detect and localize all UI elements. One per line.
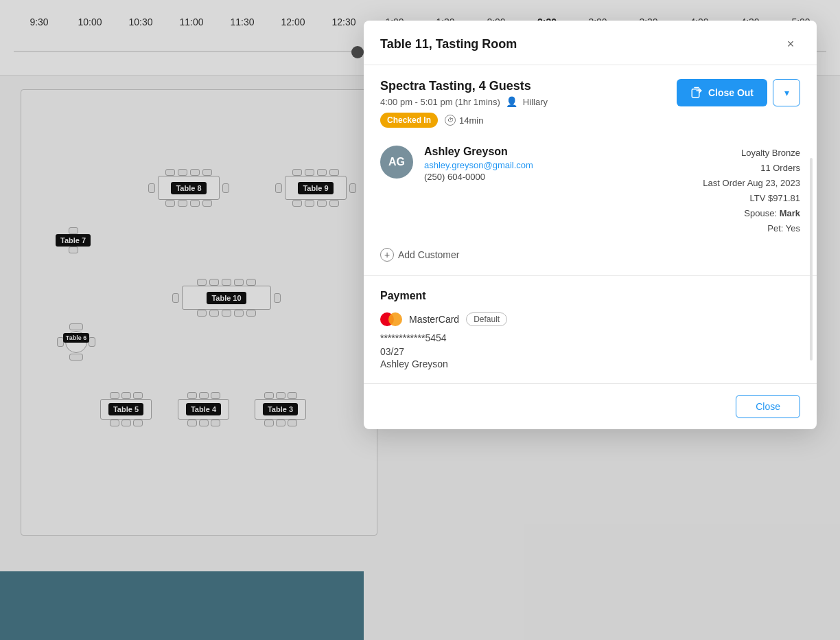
card-expiry: 03/27 <box>380 346 800 357</box>
customer-section: AG Ashley Greyson ashley.greyson@gmail.c… <box>380 146 800 237</box>
loyalty-ltv: LTV $971.81 <box>703 191 800 206</box>
mastercard-yellow <box>388 312 402 326</box>
reservation-modal: Table 11, Tasting Room × Spectra Tasting… <box>364 21 817 429</box>
customer-avatar: AG <box>380 146 413 179</box>
customer-loyalty: Loyalty Bronze 11 Orders Last Order Aug … <box>703 146 800 237</box>
card-name: MasterCard <box>409 314 459 325</box>
status-badge: Checked In <box>380 113 438 128</box>
modal-title: Table 11, Tasting Room <box>380 37 517 52</box>
dropdown-button[interactable]: ▾ <box>773 79 800 106</box>
payment-section: Payment MasterCard Default ************5… <box>380 290 800 369</box>
modal-scrollbar <box>810 158 813 361</box>
person-icon: 👤 <box>506 96 517 107</box>
customer-email: ashley.greyson@gmail.com <box>424 160 692 170</box>
customer-name: Ashley Greyson <box>424 146 692 158</box>
close-out-button[interactable]: Close Out <box>677 79 767 106</box>
modal-header: Table 11, Tasting Room × <box>364 21 817 65</box>
reservation-time: 4:00 pm - 5:01 pm (1hr 1mins) <box>380 97 500 107</box>
customer-details: Ashley Greyson ashley.greyson@gmail.com … <box>424 146 692 182</box>
default-badge: Default <box>466 312 507 326</box>
modal-footer: Close <box>364 383 817 429</box>
payment-title: Payment <box>380 290 800 302</box>
mastercard-icon <box>380 312 402 327</box>
loyalty-orders: 11 Orders <box>703 161 800 176</box>
clock-icon: ⏱ <box>445 115 456 126</box>
reservation-host: Hillary <box>523 97 548 107</box>
card-number: ************5454 <box>380 332 800 343</box>
timer: ⏱ 14min <box>445 115 483 126</box>
close-out-icon <box>690 87 703 99</box>
timer-value: 14min <box>459 115 483 126</box>
loyalty-last-order: Last Order Aug 23, 2023 <box>703 176 800 191</box>
add-customer-icon: + <box>380 248 394 262</box>
modal-close-button[interactable]: × <box>781 34 800 54</box>
add-customer-label: Add Customer <box>398 249 459 260</box>
reservation-meta: 4:00 pm - 5:01 pm (1hr 1mins) 👤 Hillary <box>380 96 548 107</box>
add-customer-button[interactable]: + Add Customer <box>380 248 800 262</box>
reservation-name: Spectra Tasting, 4 Guests <box>380 79 548 93</box>
customer-phone: (250) 604-0000 <box>424 172 692 182</box>
close-button[interactable]: Close <box>736 395 800 418</box>
chevron-down-icon: ▾ <box>784 87 789 98</box>
loyalty-spouse: Spouse: Mark <box>703 206 800 221</box>
status-row: Checked In ⏱ 14min <box>380 113 548 128</box>
modal-body: Spectra Tasting, 4 Guests 4:00 pm - 5:01… <box>364 65 817 383</box>
section-divider <box>364 275 817 276</box>
card-holder: Ashley Greyson <box>380 358 800 369</box>
modal-overlay: Table 11, Tasting Room × Spectra Tasting… <box>0 0 840 640</box>
reservation-info: Spectra Tasting, 4 Guests 4:00 pm - 5:01… <box>380 79 548 139</box>
close-out-label: Close Out <box>708 87 754 98</box>
loyalty-pet: Pet: Yes <box>703 221 800 236</box>
payment-card-row: MasterCard Default <box>380 312 800 327</box>
action-buttons: Close Out ▾ <box>677 79 800 106</box>
reservation-header: Spectra Tasting, 4 Guests 4:00 pm - 5:01… <box>380 79 800 139</box>
loyalty-tier: Loyalty Bronze <box>703 146 800 161</box>
